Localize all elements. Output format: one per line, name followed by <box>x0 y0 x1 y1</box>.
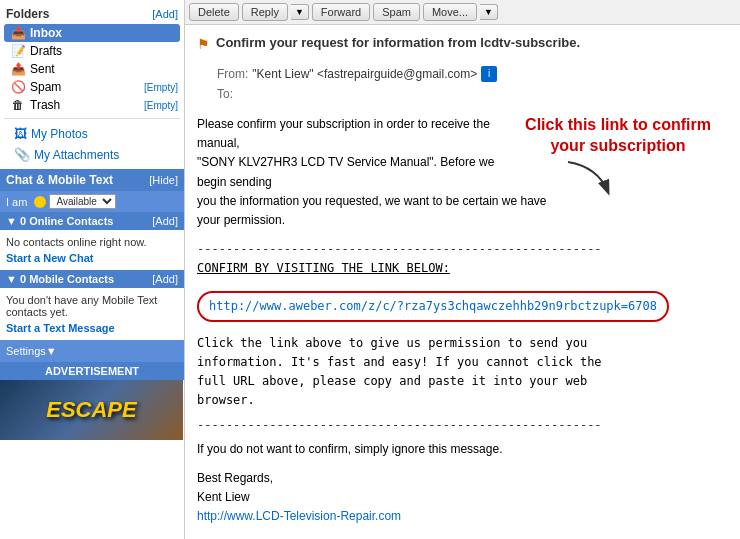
body-paragraph-2: Click the link above to give us permissi… <box>197 334 728 411</box>
folders-add-link[interactable]: [Add] <box>152 8 178 20</box>
signature-name: Kent Liew <box>197 488 728 507</box>
folder-sent[interactable]: 📤 Sent <box>4 60 180 78</box>
email-to-row: To: <box>197 85 728 103</box>
photos-icon: 🖼 <box>14 126 27 141</box>
best-regards-text: Best Regards, <box>197 469 728 488</box>
online-contacts-add[interactable]: [Add] <box>152 215 178 227</box>
sidebar: Folders [Add] 📥 Inbox 📝 Drafts 📤 Sent 🚫 … <box>0 0 185 539</box>
folders-divider <box>4 118 180 119</box>
spam-button[interactable]: Spam <box>373 3 420 21</box>
callout-annotation: Click this link to confirm your subscrip… <box>508 115 728 187</box>
ad-image: ESCAPE <box>0 380 183 440</box>
inbox-icon: 📥 <box>10 26 26 40</box>
folder-trash[interactable]: 🗑 Trash [Empty] <box>4 96 180 114</box>
online-contacts-label: ▼ 0 Online Contacts <box>6 215 113 227</box>
move-button[interactable]: Move... <box>423 3 477 21</box>
from-label: From: <box>217 65 248 83</box>
confirm-section: CONFIRM BY VISITING THE LINK BELOW: http… <box>197 259 728 410</box>
trash-label: Trash <box>30 98 142 112</box>
email-view: ⚑ Confirm your request for information f… <box>185 25 740 539</box>
chat-status-row: I am Available Busy Away <box>0 191 184 212</box>
mobile-contacts-label: ▼ 0 Mobile Contacts <box>6 273 114 285</box>
no-contacts-text: No contacts online right now. <box>6 236 147 248</box>
sent-label: Sent <box>30 62 178 76</box>
drafts-icon: 📝 <box>10 44 26 58</box>
folders-header: Folders [Add] <box>4 4 180 24</box>
folders-section: Folders [Add] 📥 Inbox 📝 Drafts 📤 Sent 🚫 … <box>0 0 184 165</box>
sent-icon: 📤 <box>10 62 26 76</box>
my-attachments-item[interactable]: 📎 My Attachments <box>4 144 180 165</box>
my-photos-item[interactable]: 🖼 My Photos <box>4 123 180 144</box>
chat-title: Chat & Mobile Text <box>6 173 113 187</box>
my-attachments-label: My Attachments <box>34 148 119 162</box>
status-indicator <box>34 196 46 208</box>
from-value: "Kent Liew" <fastrepairguide@gmail.com> <box>252 65 477 83</box>
email-subject: Confirm your request for information fro… <box>216 33 580 53</box>
forward-button[interactable]: Forward <box>312 3 370 21</box>
online-contacts-body: No contacts online right now. Start a Ne… <box>0 230 184 270</box>
mobile-contacts-header: ▼ 0 Mobile Contacts [Add] <box>0 270 184 288</box>
folders-label: Folders <box>6 7 49 21</box>
status-dropdown[interactable]: Available Busy Away <box>49 194 116 209</box>
spam-label: Spam <box>30 80 142 94</box>
settings-row: Settings▼ <box>0 340 184 362</box>
chat-panel: Chat & Mobile Text [Hide] I am Available… <box>0 169 184 362</box>
advertisement-placeholder: ESCAPE <box>0 380 183 440</box>
attachments-icon: 📎 <box>14 147 30 162</box>
mobile-contacts-add[interactable]: [Add] <box>152 273 178 285</box>
to-label: To: <box>217 87 233 101</box>
reply-button[interactable]: Reply <box>242 3 288 21</box>
ad-text: ESCAPE <box>46 397 136 423</box>
email-subject-bar: ⚑ Confirm your request for information f… <box>197 33 728 59</box>
spam-icon: 🚫 <box>10 80 26 94</box>
folder-spam[interactable]: 🚫 Spam [Empty] <box>4 78 180 96</box>
online-contacts-header: ▼ 0 Online Contacts [Add] <box>0 212 184 230</box>
my-photos-label: My Photos <box>31 127 88 141</box>
ignore-message: If you do not want to confirm, simply ig… <box>197 440 728 459</box>
inbox-label: Inbox <box>30 26 178 40</box>
i-am-label: I am <box>6 196 27 208</box>
spam-empty-link[interactable]: [Empty] <box>144 82 178 93</box>
reply-arrow[interactable]: ▼ <box>291 4 309 20</box>
email-toolbar: Delete Reply▼ Forward Spam Move...▼ <box>185 0 740 25</box>
signature-block: Best Regards, Kent Liew http://www.LCD-T… <box>197 469 728 527</box>
mobile-contacts-body: You don't have any Mobile Text contacts … <box>0 288 184 340</box>
main-content: Delete Reply▼ Forward Spam Move...▼ ⚑ Co… <box>185 0 740 539</box>
folder-drafts[interactable]: 📝 Drafts <box>4 42 180 60</box>
flag-icon: ⚑ <box>197 34 210 55</box>
dashes-2: ----------------------------------------… <box>197 416 728 435</box>
sender-icon[interactable]: i <box>481 66 497 82</box>
confirm-url-link[interactable]: http://www.aweber.com/z/c/?rza7ys3chqawc… <box>209 299 657 313</box>
confirm-header: CONFIRM BY VISITING THE LINK BELOW: <box>197 259 728 278</box>
start-new-chat-link[interactable]: Start a New Chat <box>6 252 178 264</box>
delete-button[interactable]: Delete <box>189 3 239 21</box>
settings-link[interactable]: Settings▼ <box>6 345 57 357</box>
no-mobile-text: You don't have any Mobile Text contacts … <box>6 294 157 318</box>
folder-inbox[interactable]: 📥 Inbox <box>4 24 180 42</box>
dashes-1: ----------------------------------------… <box>197 240 728 259</box>
chat-header: Chat & Mobile Text [Hide] <box>0 169 184 191</box>
email-body: Click this link to confirm your subscrip… <box>197 111 728 530</box>
email-from-row: From: "Kent Liew" <fastrepairguide@gmail… <box>197 65 728 83</box>
move-arrow[interactable]: ▼ <box>480 4 498 20</box>
drafts-label: Drafts <box>30 44 178 58</box>
chat-hide-link[interactable]: [Hide] <box>149 174 178 186</box>
confirm-link-box: http://www.aweber.com/z/c/?rza7ys3chqawc… <box>197 291 669 322</box>
trash-empty-link[interactable]: [Empty] <box>144 100 178 111</box>
arrow-svg <box>548 157 628 197</box>
signature-url-link[interactable]: http://www.LCD-Television-Repair.com <box>197 509 401 523</box>
start-text-link[interactable]: Start a Text Message <box>6 322 178 334</box>
trash-icon: 🗑 <box>10 98 26 112</box>
advertisement-label: ADVERTISEMENT <box>0 362 184 380</box>
